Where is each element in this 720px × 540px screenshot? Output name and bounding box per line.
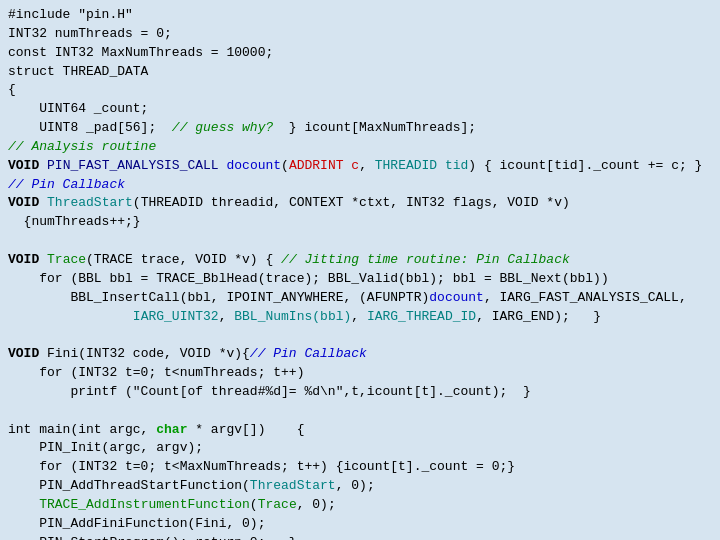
line-19: VOID Fini(INT32 code, VOID *v){// Pin Ca… [8, 345, 712, 364]
line-18 [8, 326, 712, 345]
line-7: UINT8 _pad[56]; // guess why? } icount[M… [8, 119, 712, 138]
line-1: #include "pin.H" [8, 6, 712, 25]
line-23: int main(int argc, char * argv[]) { [8, 421, 712, 440]
line-5: { [8, 81, 712, 100]
line-22 [8, 402, 712, 421]
line-28: PIN_AddFiniFunction(Fini, 0); [8, 515, 712, 534]
line-27: TRACE_AddInstrumentFunction(Trace, 0); [8, 496, 712, 515]
line-17: IARG_UINT32, BBL_NumIns(bbl), IARG_THREA… [8, 308, 712, 327]
line-11: VOID ThreadStart(THREADID threadid, CONT… [8, 194, 712, 213]
line-26: PIN_AddThreadStartFunction(ThreadStart, … [8, 477, 712, 496]
line-2: INT32 numThreads = 0; [8, 25, 712, 44]
line-21: printf ("Count[of thread#%d]= %d\n",t,ic… [8, 383, 712, 402]
line-15: for (BBL bbl = TRACE_BblHead(trace); BBL… [8, 270, 712, 289]
line-3: const INT32 MaxNumThreads = 10000; [8, 44, 712, 63]
line-13 [8, 232, 712, 251]
line-8: // Analysis routine [8, 138, 712, 157]
line-25: for (INT32 t=0; t<MaxNumThreads; t++) {i… [8, 458, 712, 477]
line-24: PIN_Init(argc, argv); [8, 439, 712, 458]
line-12: {numThreads++;} [8, 213, 712, 232]
line-29: PIN_StartProgram(); return 0; } [8, 534, 712, 540]
line-16: BBL_InsertCall(bbl, IPOINT_ANYWHERE, (AF… [8, 289, 712, 308]
line-10: // Pin Callback [8, 176, 712, 195]
line-6: UINT64 _count; [8, 100, 712, 119]
line-20: for (INT32 t=0; t<numThreads; t++) [8, 364, 712, 383]
line-9: VOID PIN_FAST_ANALYSIS_CALL docount(ADDR… [8, 157, 712, 176]
line-14: VOID Trace(TRACE trace, VOID *v) { // Ji… [8, 251, 712, 270]
code-editor: #include "pin.H" INT32 numThreads = 0; c… [0, 0, 720, 540]
line-4: struct THREAD_DATA [8, 63, 712, 82]
